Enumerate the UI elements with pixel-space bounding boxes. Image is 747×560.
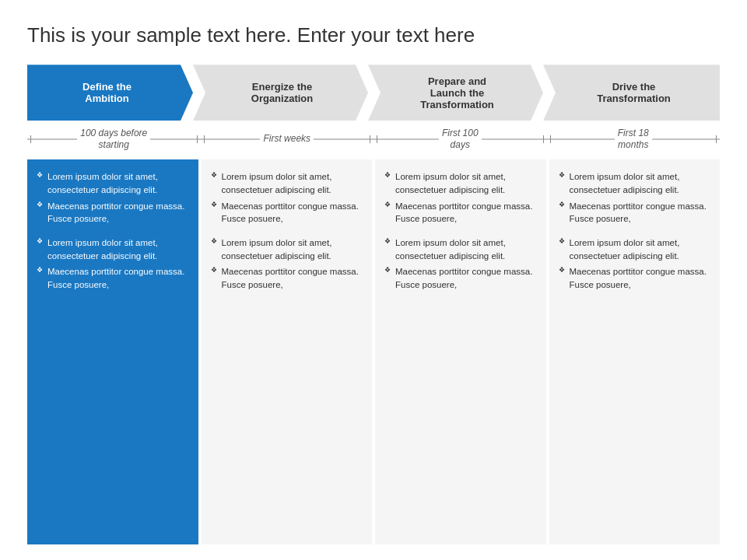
bullet-item: Lorem ipsum dolor sit amet, consectetuer… (384, 236, 537, 262)
bullet-item: Maecenas porttitor congue massa. Fusce p… (559, 200, 711, 226)
timeline-item-3: First 18 months (547, 121, 721, 158)
bullets-define-group2: Lorem ipsum dolor sit amet, consectetuer… (37, 236, 189, 292)
timeline-item-1: First weeks (201, 121, 374, 158)
timeline-label-3: First 18 months (615, 128, 652, 152)
bullet-item: Maecenas porttitor congue massa. Fusce p… (384, 265, 537, 291)
timeline-item-2: First 100 days (374, 121, 547, 158)
bullet-item: Lorem ipsum dolor sit amet, consectetuer… (37, 236, 189, 262)
phase-energize-label: Energize the Organization (251, 81, 313, 104)
bullet-item: Lorem ipsum dolor sit amet, consectetuer… (37, 170, 189, 196)
page: This is your sample text here. Enter you… (0, 0, 747, 560)
bullet-item: Maecenas porttitor congue massa. Fusce p… (211, 265, 363, 291)
tick-left-3 (550, 135, 551, 143)
bullet-item: Maecenas porttitor congue massa. Fusce p… (384, 200, 537, 226)
bullet-item: Maecenas porttitor congue massa. Fusce p… (37, 265, 189, 291)
tick-right-1 (370, 135, 370, 143)
bullet-item: Lorem ipsum dolor sit amet, consectetuer… (559, 236, 711, 262)
bullet-item: Lorem ipsum dolor sit amet, consectetuer… (559, 170, 711, 196)
phase-prepare: Prepare and Launch the Transformation (368, 65, 543, 121)
bullet-item: Lorem ipsum dolor sit amet, consectetuer… (211, 236, 363, 262)
phase-prepare-label: Prepare and Launch the Transformation (420, 75, 494, 110)
bullet-item: Maecenas porttitor congue massa. Fusce p… (37, 200, 189, 226)
timeline-label-1: First weeks (260, 133, 314, 145)
phase-define-label: Define the Ambition (82, 81, 132, 104)
bullet-item: Lorem ipsum dolor sit amet, consectetuer… (211, 170, 363, 196)
bullets-prepare-group1: Lorem ipsum dolor sit amet, consectetuer… (384, 170, 537, 226)
bullet-item: Lorem ipsum dolor sit amet, consectetuer… (384, 170, 537, 196)
bullets-prepare-group2: Lorem ipsum dolor sit amet, consectetuer… (384, 236, 537, 292)
tick-right-2 (543, 135, 544, 143)
timeline-item-0: 100 days before starting (27, 121, 201, 158)
phase-drive: Drive the Transformation (543, 65, 720, 121)
bullets-energize-group2: Lorem ipsum dolor sit amet, consectetuer… (211, 236, 363, 292)
bullets-drive-group2: Lorem ipsum dolor sit amet, consectetuer… (559, 236, 711, 292)
timeline: 100 days before starting First weeks Fir… (27, 121, 720, 158)
bullet-item: Maecenas porttitor congue massa. Fusce p… (211, 200, 363, 226)
tick-left-0 (30, 135, 31, 143)
tick-left-2 (377, 135, 377, 143)
content-col-prepare: Lorem ipsum dolor sit amet, consectetuer… (375, 159, 546, 544)
content-col-energize: Lorem ipsum dolor sit amet, consectetuer… (202, 159, 373, 544)
bullet-item: Maecenas porttitor congue massa. Fusce p… (559, 265, 711, 291)
content-col-drive: Lorem ipsum dolor sit amet, consectetuer… (549, 159, 721, 544)
tick-right-3 (716, 135, 717, 143)
content-area: Lorem ipsum dolor sit amet, consectetuer… (27, 159, 720, 544)
phases-header: Define the Ambition Energize the Organiz… (27, 65, 720, 121)
phase-define: Define the Ambition (27, 65, 193, 121)
bullets-energize-group1: Lorem ipsum dolor sit amet, consectetuer… (211, 170, 363, 226)
bullets-drive-group1: Lorem ipsum dolor sit amet, consectetuer… (559, 170, 711, 226)
phase-drive-label: Drive the Transformation (597, 81, 671, 104)
content-col-define: Lorem ipsum dolor sit amet, consectetuer… (27, 159, 198, 544)
tick-left-1 (204, 135, 205, 143)
timeline-label-0: 100 days before starting (77, 128, 150, 152)
timeline-label-2: First 100 days (439, 128, 482, 152)
tick-right-0 (197, 135, 198, 143)
page-title: This is your sample text here. Enter you… (27, 23, 720, 47)
phase-energize: Energize the Organization (193, 65, 368, 121)
bullets-define-group1: Lorem ipsum dolor sit amet, consectetuer… (37, 170, 189, 226)
